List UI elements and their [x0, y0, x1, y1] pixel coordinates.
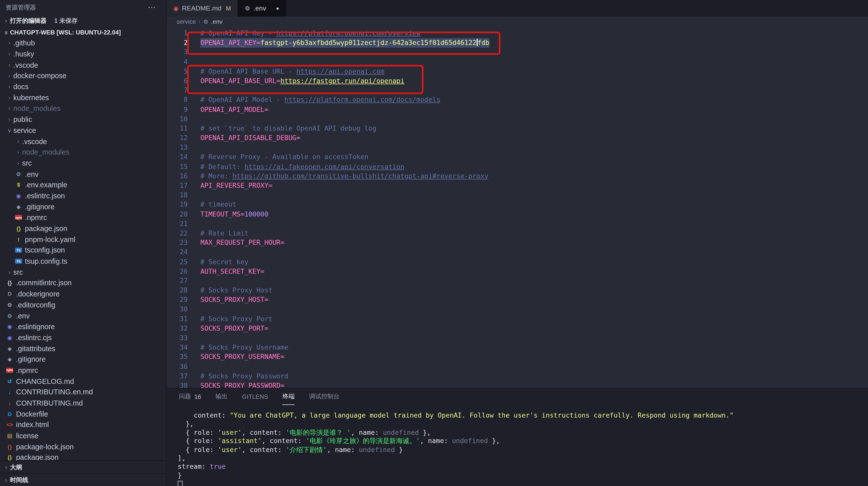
folder-src[interactable]: ›src: [0, 267, 166, 278]
file-package.json[interactable]: {}package.json: [0, 223, 166, 234]
code-line-35[interactable]: 35SOCKS_PROXY_USERNAME=: [167, 353, 868, 362]
folder-node_modules[interactable]: ›node_modules: [0, 147, 166, 158]
panel-tab-gitlens[interactable]: GITLENS: [242, 388, 268, 405]
code-line-25[interactable]: 25# Secret key: [167, 257, 868, 267]
code-line-26[interactable]: 26AUTH_SECRET_KEY=: [167, 267, 868, 276]
code-line-2[interactable]: 2OPENAI_API_KEY=fastgpt-y6b3axfbdd5wyp01…: [167, 38, 868, 48]
file-CHANGELOG.md[interactable]: ↺CHANGELOG.md: [0, 376, 166, 387]
folder-.husky[interactable]: ›.husky: [0, 49, 166, 59]
code-line-3[interactable]: 3: [167, 48, 868, 57]
outline-section[interactable]: › 大纲: [0, 460, 166, 473]
open-editors-header[interactable]: › 打开的编辑器 1 未保存: [0, 15, 166, 27]
panel-tab-debug-console[interactable]: 调试控制台: [309, 388, 339, 405]
file-.eslintignore[interactable]: ◉.eslintignore: [0, 321, 166, 332]
code-line-21[interactable]: 21: [167, 219, 868, 229]
folder-kubernetes[interactable]: ›kubernetes: [0, 92, 166, 103]
timeline-section[interactable]: › 时间线: [0, 473, 166, 486]
code-line-5[interactable]: 5# OpenAI API Base URL - https://api.ope…: [167, 67, 868, 77]
file-.env[interactable]: ⚙.env: [0, 169, 166, 179]
code-line-4[interactable]: 4: [167, 57, 868, 67]
panel-tab-output[interactable]: 输出: [215, 388, 227, 405]
folder-docker-compose[interactable]: ›docker-compose: [0, 70, 166, 81]
folder-docs[interactable]: ›docs: [0, 81, 166, 92]
code-line-32[interactable]: 32SOCKS_PROXY_PORT=: [167, 324, 868, 334]
code-line-9[interactable]: 9OPENAI_API_MODEL=: [167, 105, 868, 114]
code-line-27[interactable]: 27: [167, 277, 868, 286]
file-license[interactable]: ▤license: [0, 430, 166, 441]
folder-.vscode[interactable]: ›.vscode: [0, 59, 166, 70]
file-.dockerignore[interactable]: D.dockerignore: [0, 288, 166, 299]
code-line-8[interactable]: 8# OpenAI API Model - https://platform.o…: [167, 95, 868, 105]
code-line-28[interactable]: 28# Socks Proxy Host: [167, 286, 868, 295]
code-line-15[interactable]: 15# Default: https://ai.fakeopen.com/api…: [167, 162, 868, 172]
code-line-1[interactable]: 1# OpenAI API Key - https://platform.ope…: [167, 29, 868, 38]
html-icon: <>: [5, 421, 14, 429]
file-package-lock.json[interactable]: {}package-lock.json: [0, 441, 166, 452]
code-line-20[interactable]: 20TIMEOUT_MS=100000: [167, 210, 868, 219]
terminal-output[interactable]: content: "You are ChatGPT, a large langu…: [167, 405, 868, 486]
folder-public[interactable]: ›public: [0, 114, 166, 125]
code-line-24[interactable]: 24: [167, 248, 868, 257]
folder-service[interactable]: ∨service: [0, 125, 166, 136]
unsaved-dot-icon[interactable]: ●: [276, 5, 279, 11]
file-index.html[interactable]: <>index.html: [0, 419, 166, 430]
file-tsconfig.json[interactable]: TStsconfig.json: [0, 245, 166, 256]
file-CONTRIBUTING.en.md[interactable]: ↓CONTRIBUTING.en.md: [0, 387, 166, 398]
code-editor[interactable]: 1# OpenAI API Key - https://platform.ope…: [167, 26, 868, 388]
file-.eslintrc.cjs[interactable]: ◉.eslintrc.cjs: [0, 332, 166, 343]
file-tsup.config.ts[interactable]: TStsup.config.ts: [0, 256, 166, 267]
tree-item-label: .npmrc: [16, 366, 38, 374]
tab-readme[interactable]: ◉ README.md M: [167, 0, 238, 17]
file-pnpm-lock.yaml[interactable]: !pnpm-lock.yaml: [0, 234, 166, 245]
code-line-13[interactable]: 13: [167, 143, 868, 152]
code-line-7[interactable]: 7: [167, 86, 868, 95]
code-line-31[interactable]: 31# Socks Proxy Port: [167, 314, 868, 324]
file-package.json[interactable]: {}package.json: [0, 452, 166, 460]
file-.gitattributes[interactable]: ◆.gitattributes: [0, 343, 166, 354]
more-actions-icon[interactable]: ⋯: [148, 3, 156, 11]
file-CONTRIBUTING.md[interactable]: ↓CONTRIBUTING.md: [0, 398, 166, 408]
code-line-22[interactable]: 22# Rate Limit: [167, 229, 868, 238]
file-.npmrc[interactable]: npm.npmrc: [0, 212, 166, 223]
code-line-11[interactable]: 11# set `true` to disable OpenAI API deb…: [167, 124, 868, 134]
folder-.vscode[interactable]: ›.vscode: [0, 136, 166, 147]
code-line-36[interactable]: 36: [167, 362, 868, 372]
code-line-18[interactable]: 18: [167, 191, 868, 200]
file-.gitignore[interactable]: ◆.gitignore: [0, 201, 166, 212]
file-.gitignore[interactable]: ◆.gitignore: [0, 354, 166, 365]
tab-env[interactable]: ⚙ .env ●: [238, 0, 286, 17]
breadcrumb-folder[interactable]: service: [177, 18, 196, 25]
code-line-37[interactable]: 37# Socks Proxy Password: [167, 372, 868, 381]
file-.env[interactable]: ⚙.env: [0, 310, 166, 321]
code-line-16[interactable]: 16# More: https://github.com/transitive-…: [167, 172, 868, 181]
code-line-23[interactable]: 23MAX_REQUEST_PER_HOUR=: [167, 238, 868, 248]
code-line-17[interactable]: 17API_REVERSE_PROXY=: [167, 181, 868, 191]
file-.commitlintrc.json[interactable]: {}.commitlintrc.json: [0, 278, 166, 289]
code-line-34[interactable]: 34# Socks Proxy Username: [167, 343, 868, 352]
folder-.github[interactable]: ›.github: [0, 38, 166, 49]
file-.eslintrc.json[interactable]: ◉.eslintrc.json: [0, 190, 166, 201]
braces-icon: {}: [5, 280, 14, 287]
file-Dockerfile[interactable]: DDockerfile: [0, 408, 166, 420]
code-line-19[interactable]: 19# timeout: [167, 200, 868, 210]
code-line-29[interactable]: 29SOCKS_PROXY_HOST=: [167, 295, 868, 305]
file-.npmrc[interactable]: npm.npmrc: [0, 365, 166, 376]
tree-item-label: docs: [13, 83, 28, 91]
workspace-root-header[interactable]: ∨ CHATGPT-WEB [WSL: UBUNTU-22.04]: [0, 26, 166, 37]
code-line-33[interactable]: 33: [167, 334, 868, 343]
code-line-14[interactable]: 14# Reverse Proxy - Available on accessT…: [167, 152, 868, 162]
panel-tab-problems[interactable]: 问题16: [179, 388, 201, 405]
folder-src[interactable]: ›src: [0, 158, 166, 169]
code-line-6[interactable]: 6OPENAI_API_BASE_URL=https://fastgpt.run…: [167, 77, 868, 86]
folder-node_modules[interactable]: ›node_modules: [0, 103, 166, 114]
file-.editorconfig[interactable]: ⚙.editorconfig: [0, 299, 166, 310]
code-line-38[interactable]: 38SOCKS_PROXY_PASSWORD=: [167, 381, 868, 388]
code-line-10[interactable]: 10: [167, 114, 868, 124]
code-line-30[interactable]: 30: [167, 305, 868, 314]
panel-tab-terminal[interactable]: 终端: [282, 388, 295, 405]
line-number: 14: [167, 152, 192, 162]
file-.env.example[interactable]: $.env.example: [0, 179, 166, 191]
gear-icon: ⚙: [14, 170, 23, 177]
code-line-12[interactable]: 12OPENAI_API_DISABLE_DEBUG=: [167, 134, 868, 143]
breadcrumb-file[interactable]: .env: [211, 18, 222, 25]
